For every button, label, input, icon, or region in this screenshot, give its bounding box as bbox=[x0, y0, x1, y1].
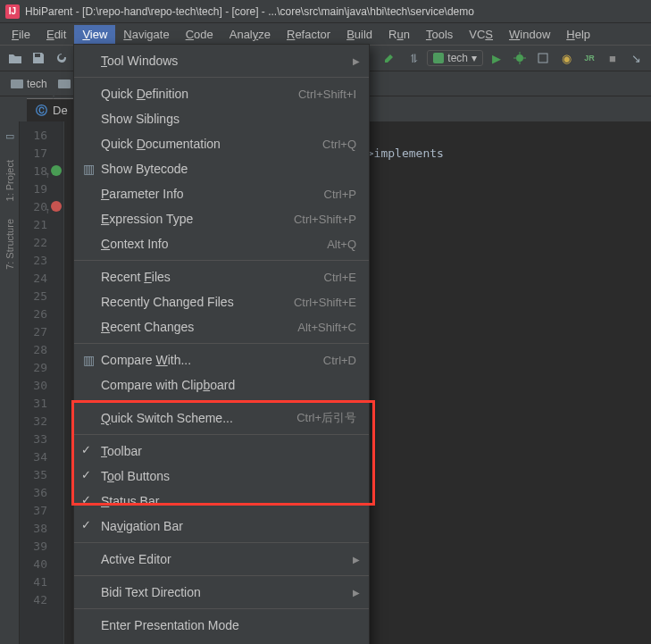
menu-item-navigation-bar[interactable]: ✓Navigation Bar bbox=[74, 514, 369, 539]
open-icon[interactable] bbox=[5, 48, 25, 68]
menu-item-label: Quick Switch Scheme... bbox=[101, 411, 233, 425]
square-icon[interactable]: ▭ bbox=[5, 130, 14, 142]
check-icon: ✓ bbox=[81, 443, 91, 456]
menu-build[interactable]: Build bbox=[338, 25, 380, 44]
line-number[interactable]: 38 bbox=[20, 520, 63, 538]
menu-item-expression-type[interactable]: Expression TypeCtrl+Shift+P bbox=[74, 206, 369, 231]
editor-tab[interactable]: ⒸDe bbox=[27, 98, 77, 121]
line-number[interactable]: 39 bbox=[20, 538, 63, 556]
toggle-icon[interactable]: ⥮ bbox=[404, 48, 423, 68]
menu-item-label: Show Siblings bbox=[101, 112, 179, 126]
menu-tools[interactable]: Tools bbox=[418, 25, 461, 44]
menu-run[interactable]: Run bbox=[380, 25, 418, 44]
line-number[interactable]: 23 bbox=[20, 252, 63, 270]
breadcrumb-item[interactable]: tech bbox=[5, 78, 53, 90]
svg-point-1 bbox=[516, 54, 523, 62]
more-icon[interactable]: ↘ bbox=[626, 48, 646, 68]
line-number[interactable]: 35 bbox=[20, 466, 63, 484]
run-config-icon bbox=[433, 53, 444, 63]
title-file: ...\core\src\main\java\hbi\tech\service\… bbox=[268, 5, 474, 18]
menu-item-show-siblings[interactable]: Show Siblings bbox=[74, 106, 369, 131]
menu-item-label: Status Bar bbox=[101, 494, 159, 508]
menu-item-show-bytecode[interactable]: ▥Show Bytecode bbox=[74, 156, 369, 181]
menu-divider bbox=[74, 542, 369, 543]
line-number[interactable]: 24 bbox=[20, 270, 63, 288]
menu-help[interactable]: Help bbox=[558, 25, 598, 44]
menu-file[interactable]: File bbox=[4, 25, 38, 44]
gutter-mark-icon bbox=[51, 201, 62, 212]
menu-shortcut: Ctrl+Shift+P bbox=[294, 213, 356, 226]
menu-item-label: Expression Type bbox=[101, 212, 193, 226]
line-number[interactable]: 17 bbox=[20, 145, 63, 163]
line-number[interactable]: 16 bbox=[20, 127, 63, 145]
hammer-icon[interactable] bbox=[380, 48, 400, 68]
menu-divider bbox=[74, 260, 369, 261]
menu-item-tool-windows[interactable]: Tool Windows▶ bbox=[74, 48, 369, 73]
line-number[interactable]: 20↑ bbox=[20, 198, 63, 216]
line-number[interactable]: 22 bbox=[20, 234, 63, 252]
line-number[interactable]: 28 bbox=[20, 341, 63, 359]
folder-icon bbox=[58, 79, 71, 88]
menu-analyze[interactable]: Analyze bbox=[221, 25, 279, 44]
menu-view[interactable]: View bbox=[74, 25, 115, 44]
line-number[interactable]: 37 bbox=[20, 502, 63, 520]
line-number[interactable]: 19 bbox=[20, 180, 63, 198]
line-number[interactable]: 42 bbox=[20, 591, 63, 609]
menu-refactor[interactable]: Refactor bbox=[279, 25, 338, 44]
coverage-icon[interactable] bbox=[533, 48, 553, 68]
title-bar: IJ HbiParent - [D:\repo-hand\repo-tech\t… bbox=[0, 0, 651, 23]
menu-item-bidi-text-direction[interactable]: Bidi Text Direction▶ bbox=[74, 580, 369, 605]
menu-item-toolbar[interactable]: ✓Toolbar bbox=[74, 439, 369, 464]
line-number[interactable]: 29 bbox=[20, 359, 63, 377]
menu-item-compare-with-clipboard[interactable]: Compare with Clipboard bbox=[74, 372, 369, 397]
tool-window-button[interactable]: 1: Project bbox=[4, 160, 15, 201]
stop-icon[interactable]: ■ bbox=[603, 48, 622, 68]
menu-divider bbox=[74, 608, 369, 609]
line-number[interactable]: 36 bbox=[20, 484, 63, 502]
menu-item-enter-presentation-mode[interactable]: Enter Presentation Mode bbox=[74, 613, 369, 638]
menu-item-quick-switch-scheme[interactable]: Quick Switch Scheme...Ctrl+后引号 bbox=[74, 406, 369, 431]
menu-item-active-editor[interactable]: Active Editor▶ bbox=[74, 547, 369, 572]
menu-item-label: Navigation Bar bbox=[101, 519, 183, 533]
title-app: HbiParent bbox=[25, 5, 72, 18]
menu-item-status-bar[interactable]: ✓Status Bar bbox=[74, 489, 369, 514]
refresh-icon[interactable] bbox=[52, 48, 71, 68]
line-number[interactable]: 33 bbox=[20, 431, 63, 448]
run-config-selector[interactable]: tech ▾ bbox=[427, 50, 483, 66]
menu-item-context-info[interactable]: Context InfoAlt+Q bbox=[74, 231, 369, 256]
line-number[interactable]: 26 bbox=[20, 305, 63, 323]
line-number[interactable]: 25 bbox=[20, 288, 63, 305]
line-number[interactable]: 34 bbox=[20, 448, 63, 466]
debug-icon[interactable] bbox=[510, 48, 530, 68]
menu-item-tool-buttons[interactable]: ✓Tool Buttons bbox=[74, 464, 369, 489]
check-icon: ✓ bbox=[81, 468, 91, 481]
profile-icon[interactable]: ◉ bbox=[556, 48, 576, 68]
menu-item-recent-files[interactable]: Recent FilesCtrl+E bbox=[74, 264, 369, 289]
menu-item-quick-documentation[interactable]: Quick DocumentationCtrl+Q bbox=[74, 131, 369, 156]
line-number[interactable]: 41 bbox=[20, 573, 63, 591]
save-icon[interactable] bbox=[29, 48, 48, 68]
menu-item-label: Compare with Clipboard bbox=[101, 378, 235, 392]
menu-item-recent-changes[interactable]: Recent ChangesAlt+Shift+C bbox=[74, 314, 369, 339]
line-number[interactable]: 40 bbox=[20, 556, 63, 573]
menu-code[interactable]: Code bbox=[178, 25, 221, 44]
compare-icon: ▥ bbox=[81, 353, 96, 367]
menu-item-compare-with[interactable]: ▥Compare With...Ctrl+D bbox=[74, 347, 369, 372]
menu-item-parameter-info[interactable]: Parameter InfoCtrl+P bbox=[74, 181, 369, 206]
menu-item-quick-definition[interactable]: Quick DefinitionCtrl+Shift+I bbox=[74, 81, 369, 106]
menu-window[interactable]: Window bbox=[501, 25, 558, 44]
run-icon[interactable]: ▶ bbox=[487, 48, 506, 68]
menu-vcs[interactable]: VCS bbox=[461, 25, 501, 44]
menu-item-enter-distraction-free-mode[interactable]: Enter Distraction Free Mode bbox=[74, 638, 369, 644]
line-number[interactable]: 27 bbox=[20, 323, 63, 341]
line-number[interactable]: 32 bbox=[20, 413, 63, 431]
menu-navigate[interactable]: Navigate bbox=[115, 25, 177, 44]
menu-item-recently-changed-files[interactable]: Recently Changed FilesCtrl+Shift+E bbox=[74, 289, 369, 314]
line-number[interactable]: 21 bbox=[20, 216, 63, 234]
menu-edit[interactable]: Edit bbox=[38, 25, 74, 44]
tool-window-button[interactable]: 7: Structure bbox=[4, 219, 15, 270]
line-number[interactable]: 30 bbox=[20, 377, 63, 395]
jrebel-icon[interactable]: JR bbox=[580, 48, 599, 68]
line-number[interactable]: 31 bbox=[20, 395, 63, 413]
line-number[interactable]: 18↑ bbox=[20, 163, 63, 180]
